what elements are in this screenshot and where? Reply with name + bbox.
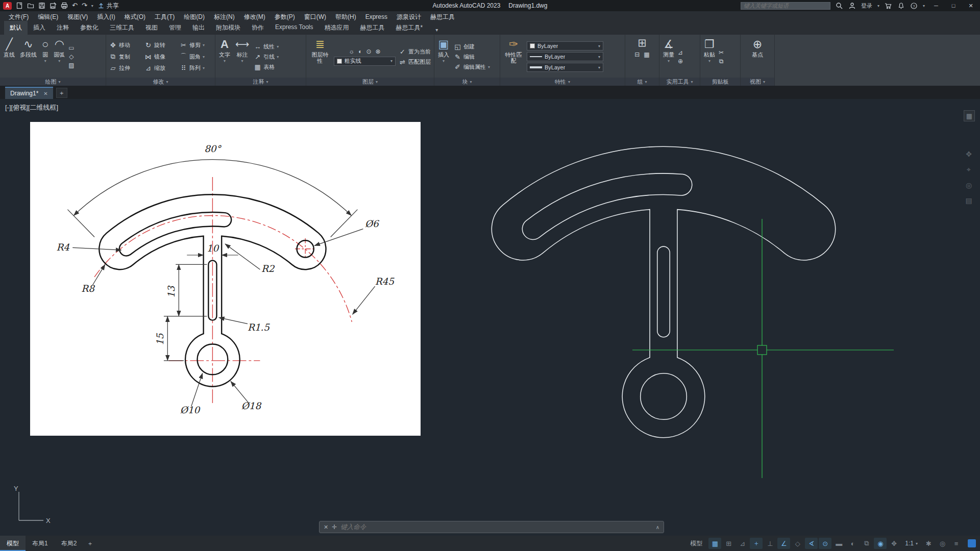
tool-measure[interactable]: ∡测量▾ — [662, 37, 676, 77]
tool-rotate[interactable]: ↻旋转 — [143, 41, 178, 49]
menu-item[interactable]: Express — [361, 12, 392, 22]
command-customize-icon[interactable]: ✛ — [332, 523, 337, 531]
copy-clip-icon[interactable]: ⧉ — [719, 58, 724, 65]
quick-select-icon[interactable]: ⊿ — [678, 49, 683, 56]
status-toggle-icon[interactable]: ⊞ — [722, 538, 735, 549]
notification-bell-icon[interactable] — [897, 2, 905, 10]
status-toggle-icon[interactable]: ∢ — [805, 538, 818, 549]
status-toggle-icon[interactable]: ◉ — [874, 538, 887, 549]
status-toggle-icon[interactable]: ▬ — [832, 538, 845, 549]
save-as-icon[interactable] — [50, 2, 57, 9]
ribbon-tab[interactable]: 插入 — [28, 21, 51, 35]
ribbon-tab[interactable]: 赫思工具 — [354, 21, 390, 35]
panel-label-utilities[interactable]: 实用工具▾ — [659, 78, 700, 86]
tool-move[interactable]: ✥移动 — [108, 41, 142, 49]
panel-label-annotate[interactable]: 注释▾ — [215, 78, 306, 86]
maximize-button[interactable]: □ — [947, 3, 960, 9]
file-tab-drawing1[interactable]: Drawing1* ✕ — [5, 87, 53, 99]
layout-tab[interactable]: 模型 — [0, 536, 26, 551]
panel-label-clipboard[interactable]: 剪贴板 — [700, 78, 740, 86]
search-icon[interactable] — [836, 2, 843, 10]
tool-leader[interactable]: ↗引线▾ — [253, 53, 280, 61]
rectangle-tool-icon[interactable]: ▭ — [68, 44, 74, 52]
status-toggle-icon[interactable]: ⊿ — [736, 538, 749, 549]
panel-label-view[interactable]: 视图▾ — [741, 78, 774, 86]
tool-trim[interactable]: ✂修剪▾ — [179, 41, 213, 49]
group-icon[interactable]: ⊞ — [638, 37, 647, 49]
layer-combo[interactable]: 粗实线 ▾ — [334, 57, 396, 66]
help-icon[interactable]: ? — [910, 2, 918, 10]
tool-layer-properties[interactable]: ≣图层特性 — [308, 37, 332, 77]
tool-table[interactable]: ▦表格 — [253, 63, 280, 71]
panel-label-groups[interactable]: 组▾ — [625, 78, 659, 86]
status-toggle-icon[interactable]: ⊙ — [819, 538, 831, 549]
tool-edit-attributes[interactable]: ✐编辑属性▾ — [453, 63, 491, 71]
autocad-logo-icon[interactable]: A — [3, 2, 12, 10]
signin-caret[interactable]: ▾ — [877, 4, 879, 8]
file-tab-close-icon[interactable]: ✕ — [43, 91, 47, 96]
status-tool-icon[interactable]: ✱ — [922, 538, 935, 549]
tool-match-properties[interactable]: ✑特性匹配 — [502, 37, 525, 77]
cut-icon[interactable]: ✂ — [719, 49, 724, 56]
menu-item[interactable]: 赫思工具 — [426, 11, 459, 23]
tool-arc[interactable]: ◠圆弧▾ — [52, 37, 66, 77]
tool-array[interactable]: ⠿阵列▾ — [179, 64, 213, 72]
model-space-canvas[interactable]: [-][俯视][二维线框] — [0, 99, 980, 536]
tool-circle[interactable]: ○圆▾ — [40, 37, 50, 77]
status-toggle-icon[interactable]: ＋ — [750, 538, 763, 549]
status-tool-icon[interactable]: ≡ — [950, 538, 963, 549]
status-tool-icon[interactable]: ◎ — [936, 538, 949, 549]
ribbon-tab[interactable]: 默认 — [4, 21, 28, 35]
tool-linear-dim[interactable]: ↔线性▾ — [253, 42, 280, 51]
ribbon-tab[interactable]: 参数化 — [75, 21, 104, 35]
share-button[interactable]: 共享 — [97, 2, 119, 10]
status-toggle-icon[interactable]: ∠ — [777, 538, 790, 549]
status-toggle-icon[interactable]: ⊥ — [764, 538, 776, 549]
tool-text[interactable]: A文字▾ — [217, 37, 232, 77]
qat-customize-caret[interactable]: ▾ — [91, 4, 93, 8]
status-toggle-icon[interactable]: ▦ — [708, 538, 721, 549]
panel-label-modify[interactable]: 修改▾ — [106, 78, 215, 86]
panel-label-properties[interactable]: 特性▾ — [500, 78, 625, 86]
status-model-label[interactable]: 模型 — [685, 539, 707, 548]
layout-tab[interactable]: 布局2 — [55, 536, 84, 551]
id-point-icon[interactable]: ⊕ — [678, 58, 683, 65]
tool-create-block[interactable]: ◱创建 — [453, 42, 491, 51]
ribbon-tab[interactable]: 输出 — [187, 21, 210, 35]
layer-state-icon[interactable]: ☼ — [349, 48, 354, 55]
panel-label-draw[interactable]: 绘图▾ — [0, 78, 106, 86]
tool-set-current-layer[interactable]: ✓置为当前 — [398, 47, 432, 56]
ribbon-tab[interactable]: 注释 — [51, 21, 75, 35]
ribbon-tab[interactable]: 管理 — [163, 21, 187, 35]
ribbon-tab[interactable]: 三维工具 — [104, 21, 140, 35]
ribbon-tab[interactable]: 精选应用 — [318, 21, 354, 35]
pan-icon[interactable]: ✥ — [966, 150, 972, 158]
tool-stretch[interactable]: ▱拉伸 — [108, 64, 142, 72]
status-toggle-icon[interactable]: ⧉ — [860, 538, 873, 549]
layer-lock-icon[interactable]: ⊙ — [366, 48, 371, 55]
tool-mirror[interactable]: ⋈镜像 — [143, 52, 178, 62]
ribbon-tab[interactable]: 赫思工具* — [390, 21, 428, 35]
ribbon-tab[interactable]: 视图 — [140, 21, 163, 35]
tool-fillet[interactable]: ⌒圆角▾ — [179, 52, 213, 62]
viewcube[interactable]: ▦ — [964, 110, 975, 121]
infocenter-search-input[interactable] — [741, 2, 830, 10]
hatch-tool-icon[interactable]: ▨ — [68, 62, 74, 69]
ribbon-tab[interactable]: 协作 — [246, 21, 270, 35]
tool-edit-block[interactable]: ✎编辑 — [453, 53, 491, 61]
orbit-icon[interactable]: ◎ — [966, 181, 972, 189]
lineweight-combo[interactable]: ByLayer ▾ — [527, 63, 603, 72]
ungroup-icon[interactable]: ⊟ — [634, 51, 640, 58]
tool-base-point[interactable]: ⊕基点 — [750, 37, 765, 77]
tool-insert-block[interactable]: ▣插入▾ — [436, 37, 451, 77]
tool-match-layer[interactable]: ⇌匹配图层 — [398, 58, 432, 66]
panel-label-block[interactable]: 块▾ — [434, 78, 500, 86]
status-toggle-icon[interactable]: ◐ — [846, 538, 859, 549]
tool-copy[interactable]: ⧉复制 — [108, 52, 142, 62]
zoom-icon[interactable]: ⌖ — [967, 165, 971, 174]
ribbon-display-toggle[interactable]: ▾ — [431, 25, 442, 35]
tool-line[interactable]: ╱直线 — [2, 37, 16, 77]
add-layout-button[interactable]: ＋ — [83, 536, 96, 551]
help-caret[interactable]: ▾ — [923, 4, 925, 8]
command-close-icon[interactable]: ✕ — [324, 524, 328, 531]
